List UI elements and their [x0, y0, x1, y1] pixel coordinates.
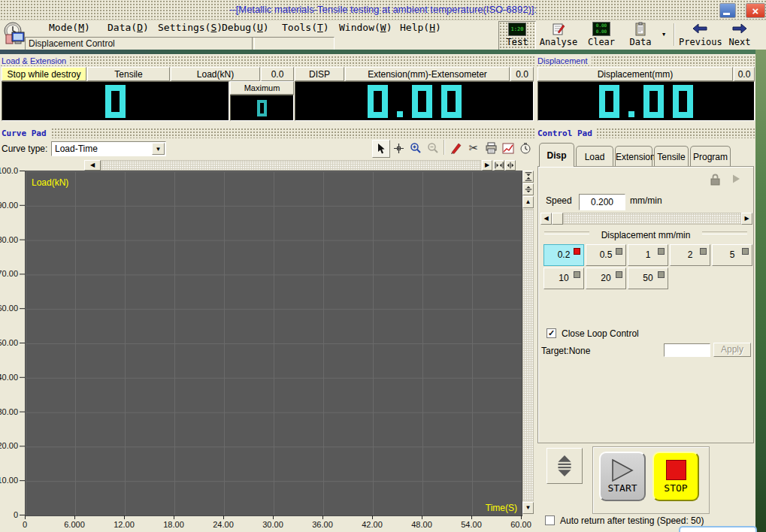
clear-button[interactable]: 0.00 0.00 Clear: [584, 21, 619, 49]
print-tool[interactable]: [483, 140, 499, 156]
curve-type-label: Curve type:: [2, 144, 47, 154]
curve-type-value: Load-Time: [55, 144, 98, 154]
combo-dropdown-icon[interactable]: ▼: [152, 143, 165, 155]
y-tick-label: 100.0: [0, 166, 18, 175]
lock-icon: [709, 173, 722, 186]
jog-up-down-button[interactable]: [546, 448, 583, 484]
chart-scroll-down-button[interactable]: ▼: [522, 502, 534, 514]
tab-extension[interactable]: Extension: [615, 146, 652, 167]
section-title: Curve Pad: [0, 128, 50, 138]
previous-arrow-icon: [691, 22, 709, 36]
segment-digit: [412, 85, 432, 118]
speed-scroll-left-button[interactable]: ◀: [540, 213, 552, 225]
speed-label: Speed: [546, 195, 572, 206]
chart-fit-out-x-button[interactable]: [505, 160, 516, 171]
close-button[interactable]: ×: [746, 3, 765, 18]
menu-tools[interactable]: Tools(T): [282, 22, 329, 33]
speed-button-20[interactable]: 20: [586, 268, 626, 289]
data-dropdown-button[interactable]: ▼: [659, 21, 668, 49]
speed-input[interactable]: [579, 194, 625, 210]
flag-icon: [658, 248, 665, 255]
menu-mode[interactable]: Mode(M): [49, 22, 90, 33]
data-button[interactable]: Data: [625, 21, 656, 49]
maximum-lcd-display: [230, 95, 294, 121]
chart-v-scroll-track[interactable]: [522, 209, 534, 501]
segment-digit: [599, 85, 619, 118]
zoom-out-tool[interactable]: [425, 140, 441, 156]
speed-scroll-right-button[interactable]: ▶: [741, 213, 752, 225]
next-button[interactable]: Next: [724, 21, 755, 49]
run-indicator-icon: [731, 174, 741, 184]
extension-channel-header[interactable]: Extension(mm)-Extensometer: [345, 67, 510, 81]
maximum-label: Maximum: [230, 81, 294, 95]
x-tick-label: 6.000: [64, 520, 85, 529]
clear-icon: 0.00 0.00: [592, 22, 610, 36]
chart-fit-in-y-button[interactable]: [522, 171, 534, 183]
close-loop-checkbox[interactable]: ✓: [546, 328, 556, 338]
section-title: Displacement: [536, 56, 592, 65]
crosshair-tool[interactable]: [390, 140, 407, 156]
test-button[interactable]: 1:20 Test: [498, 21, 536, 50]
minimize-button[interactable]: [719, 3, 736, 18]
load-channel-header[interactable]: Load(kN): [171, 67, 260, 81]
flag-icon: [574, 271, 580, 278]
timer-tool[interactable]: [517, 140, 534, 156]
apply-button[interactable]: Apply: [713, 343, 751, 357]
chart-scroll-up-button[interactable]: ▲: [522, 196, 534, 208]
chart-scroll-left-button[interactable]: ◀: [84, 160, 101, 171]
curve-pad-panel: Curve Pad Curve type: Load-Time ▼ ✂: [0, 126, 535, 532]
curve-type-select[interactable]: Load-Time ▼: [51, 141, 166, 156]
data-label: Data: [630, 37, 652, 47]
tab-load[interactable]: Load: [576, 146, 613, 167]
speed-button-5[interactable]: 5: [712, 244, 752, 266]
minimize-icon: [723, 13, 730, 15]
x-tick-label: 48.00: [411, 520, 432, 529]
start-button[interactable]: START: [599, 452, 646, 501]
up-arrow-icon: ▲: [525, 199, 531, 205]
chart-fit-out-y-button[interactable]: [522, 183, 534, 195]
scissors-tool[interactable]: ✂: [465, 140, 482, 156]
disp-mode-button[interactable]: DISP MODE: [295, 67, 344, 81]
tab-disp[interactable]: Disp: [539, 143, 574, 167]
tensile-button[interactable]: Tensile: [87, 67, 170, 81]
x-tick-label: 24.00: [213, 520, 234, 529]
y-tick-label: 0: [14, 510, 18, 519]
chart-scroll-right-button[interactable]: ▶: [482, 160, 492, 171]
menu-data[interactable]: Data(D): [107, 22, 149, 33]
speed-unit-label: mm/min: [630, 195, 662, 206]
chart-tool[interactable]: [500, 140, 516, 156]
tab-program[interactable]: Program: [690, 146, 731, 167]
chart-h-scroll-track[interactable]: [101, 160, 481, 171]
play-icon: [610, 458, 635, 482]
speed-button-2[interactable]: 2: [670, 244, 710, 266]
displacement-channel-header[interactable]: Displacement(mm): [537, 67, 733, 81]
pointer-tool[interactable]: [372, 140, 390, 158]
menu-help[interactable]: Help(H): [400, 22, 441, 33]
y-tick-label: 60.00: [0, 304, 18, 313]
speed-button-0.2[interactable]: 0.2: [543, 244, 584, 266]
chart-fit-in-x-button[interactable]: [494, 160, 504, 171]
speed-button-0.5[interactable]: 0.5: [586, 244, 626, 266]
x-axis-labels: 06.00012.0018.0024.0030.0036.0042.0048.0…: [25, 520, 522, 530]
speed-button-10[interactable]: 10: [543, 268, 584, 289]
tab-tensile[interactable]: Tensile: [654, 146, 689, 167]
flag-icon: [700, 248, 707, 255]
analyse-button[interactable]: Analyse: [539, 21, 578, 49]
menu-debug[interactable]: Debug(U): [222, 22, 269, 33]
stop-button[interactable]: STOP: [652, 452, 699, 501]
speed-button-50[interactable]: 50: [628, 268, 668, 289]
zoom-in-tool[interactable]: [407, 140, 424, 156]
menu-window[interactable]: Window(W): [339, 22, 392, 33]
speed-scroll-track[interactable]: [563, 213, 741, 225]
auto-return-checkbox[interactable]: [545, 515, 555, 525]
previous-button[interactable]: Previous: [679, 21, 721, 49]
load-lcd-display: [2, 81, 229, 121]
pen-tool[interactable]: [448, 140, 465, 156]
next-arrow-icon: [731, 22, 749, 36]
displacement-small-value: 0.0: [734, 67, 755, 81]
menu-settings[interactable]: Settings(S): [158, 22, 223, 33]
stop-while-destroy-button[interactable]: Stop while destroy: [2, 67, 86, 81]
speed-button-1[interactable]: 1: [628, 244, 668, 266]
speed-scroll-thumb[interactable]: [552, 213, 563, 225]
target-input[interactable]: [664, 343, 710, 357]
